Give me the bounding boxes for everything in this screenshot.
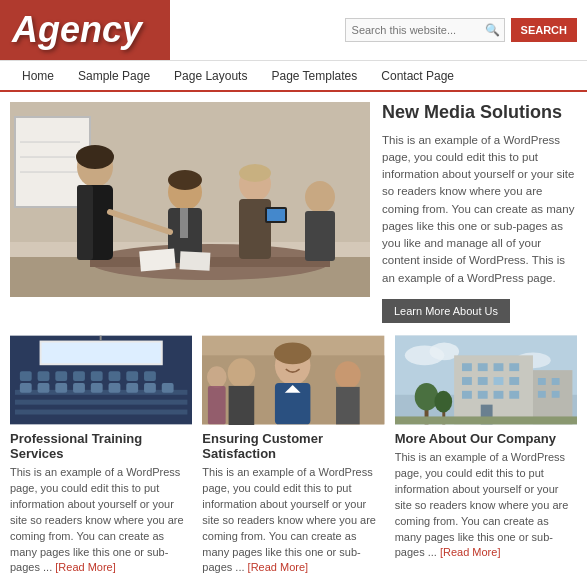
svg-rect-60 <box>336 387 360 424</box>
svg-point-90 <box>434 391 452 413</box>
svg-point-22 <box>305 181 335 213</box>
svg-rect-29 <box>15 400 187 405</box>
three-col: Professional Training Services This is a… <box>0 323 587 577</box>
svg-rect-70 <box>477 363 487 371</box>
read-more-training[interactable]: [Read More] <box>55 561 116 573</box>
svg-point-59 <box>335 361 361 389</box>
header: Agency 🔍 SEARCH <box>0 0 587 60</box>
site-logo[interactable]: Agency <box>12 9 142 51</box>
svg-rect-11 <box>77 185 93 260</box>
read-more-company[interactable]: [Read More] <box>440 546 501 558</box>
svg-rect-26 <box>180 251 211 271</box>
svg-rect-86 <box>551 391 559 398</box>
learn-more-button[interactable]: Learn More About Us <box>382 299 510 323</box>
sidebar-text: New Media Solutions This is an example o… <box>382 102 577 323</box>
svg-rect-83 <box>538 378 546 385</box>
logo-area: Agency <box>0 0 170 60</box>
nav-item-home[interactable]: Home <box>10 63 66 89</box>
svg-point-61 <box>207 366 227 388</box>
search-button[interactable]: SEARCH <box>511 18 577 42</box>
search-area: 🔍 SEARCH <box>345 18 587 42</box>
nav-item-sample-page[interactable]: Sample Page <box>66 63 162 89</box>
col-image-classroom <box>10 335 192 425</box>
col-image-woman <box>202 335 384 425</box>
svg-rect-85 <box>538 391 546 398</box>
svg-rect-25 <box>139 248 176 271</box>
svg-rect-76 <box>509 377 519 385</box>
nav-item-page-templates[interactable]: Page Templates <box>259 63 369 89</box>
col-title-company: More About Our Company <box>395 431 577 446</box>
svg-rect-69 <box>462 363 472 371</box>
svg-rect-79 <box>493 391 503 399</box>
svg-rect-16 <box>180 208 188 238</box>
svg-rect-49 <box>42 342 161 363</box>
nav-item-contact-page[interactable]: Contact Page <box>369 63 466 89</box>
svg-rect-40 <box>20 371 32 381</box>
svg-rect-75 <box>493 377 503 385</box>
svg-rect-33 <box>55 383 67 393</box>
read-more-customer[interactable]: [Read More] <box>248 561 309 573</box>
svg-rect-72 <box>509 363 519 371</box>
svg-rect-31 <box>20 383 32 393</box>
svg-rect-73 <box>462 377 472 385</box>
search-input[interactable] <box>345 18 505 42</box>
svg-rect-71 <box>493 363 503 371</box>
col-block-company: More About Our Company This is an exampl… <box>395 335 577 577</box>
svg-rect-34 <box>73 383 85 393</box>
col-image-building <box>395 335 577 425</box>
svg-rect-58 <box>229 386 255 425</box>
svg-point-57 <box>228 358 256 388</box>
svg-point-14 <box>168 170 202 190</box>
featured-image <box>10 102 370 297</box>
svg-rect-41 <box>38 371 50 381</box>
col-body-customer: This is an example of a WordPress page, … <box>202 465 384 577</box>
svg-rect-21 <box>267 209 285 221</box>
svg-rect-84 <box>551 378 559 385</box>
svg-point-18 <box>239 164 271 182</box>
svg-rect-45 <box>109 371 121 381</box>
col-title-customer: Ensuring Customer Satisfaction <box>202 431 384 461</box>
svg-rect-62 <box>208 386 226 424</box>
nav-item-page-layouts[interactable]: Page Layouts <box>162 63 259 89</box>
col-body-training: This is an example of a WordPress page, … <box>10 465 192 577</box>
svg-rect-39 <box>162 383 174 393</box>
svg-rect-36 <box>109 383 121 393</box>
svg-point-12 <box>76 145 114 169</box>
svg-rect-74 <box>477 377 487 385</box>
svg-rect-77 <box>462 391 472 399</box>
col-body-company: This is an example of a WordPress page, … <box>395 450 577 562</box>
sidebar-body: This is an example of a WordPress page, … <box>382 132 577 287</box>
svg-point-54 <box>274 342 311 364</box>
sidebar-title: New Media Solutions <box>382 102 577 124</box>
search-input-wrap: 🔍 <box>345 18 505 42</box>
search-icon: 🔍 <box>485 23 500 37</box>
svg-rect-23 <box>305 211 335 261</box>
svg-rect-46 <box>126 371 138 381</box>
svg-rect-35 <box>91 383 103 393</box>
svg-rect-44 <box>91 371 103 381</box>
main-nav: Home Sample Page Page Layouts Page Templ… <box>0 60 587 92</box>
svg-point-88 <box>414 383 438 411</box>
col-block-training: Professional Training Services This is a… <box>10 335 192 577</box>
svg-rect-47 <box>144 371 156 381</box>
col-title-training: Professional Training Services <box>10 431 192 461</box>
svg-rect-30 <box>15 409 187 414</box>
svg-rect-37 <box>126 383 138 393</box>
svg-rect-32 <box>38 383 50 393</box>
col-block-customer: Ensuring Customer Satisfaction This is a… <box>202 335 384 577</box>
svg-rect-38 <box>144 383 156 393</box>
svg-rect-78 <box>477 391 487 399</box>
main-content: New Media Solutions This is an example o… <box>0 92 587 323</box>
svg-rect-91 <box>395 416 577 424</box>
svg-rect-42 <box>55 371 67 381</box>
svg-rect-80 <box>509 391 519 399</box>
svg-rect-43 <box>73 371 85 381</box>
